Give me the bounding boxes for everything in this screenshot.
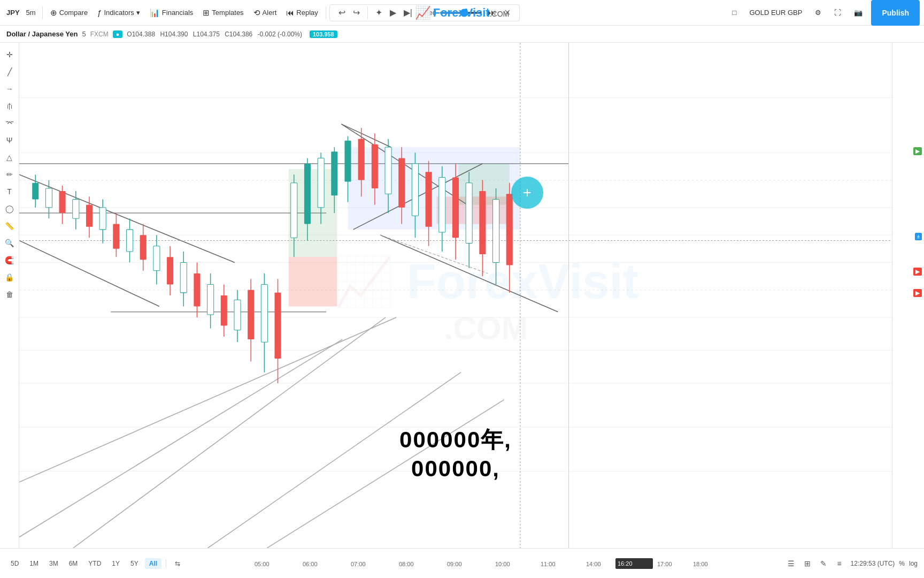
chart-layout-button[interactable]: ☰ <box>784 557 798 571</box>
tf-3m[interactable]: 3M <box>45 558 63 569</box>
tf-5y[interactable]: 5Y <box>126 558 143 569</box>
ohlc-data: O104.388 H104.390 L104.375 C104.386 -0.0… <box>127 31 305 38</box>
logo-com: .COM <box>490 10 510 18</box>
price-badge-green: ▶ <box>913 147 922 155</box>
chart-svg <box>19 43 892 548</box>
svg-rect-91 <box>412 164 418 216</box>
line-tool[interactable]: ╱ <box>2 64 17 79</box>
header: JPY 5m ⊕ Compare ƒ Indicators ▾ 📊 Financ… <box>0 0 924 26</box>
svg-rect-39 <box>59 191 66 213</box>
fullscreen-button[interactable]: ⛶ <box>830 6 845 19</box>
lock-tool[interactable]: 🔒 <box>2 270 17 285</box>
svg-rect-73 <box>291 183 297 238</box>
svg-text:07:00: 07:00 <box>351 561 366 567</box>
compare-bottom-button[interactable]: ⊞ <box>800 557 814 571</box>
svg-rect-45 <box>99 208 106 230</box>
magnet-tool[interactable]: 🧲 <box>2 253 17 268</box>
settings-button[interactable]: ⚙ <box>811 6 826 19</box>
svg-rect-83 <box>358 139 365 180</box>
svg-rect-35 <box>32 183 38 200</box>
skip-button[interactable]: ▶| <box>402 6 414 19</box>
pair-info-bar: Dollar / Japanese Yen 5 FXCM ● O104.388 … <box>0 26 924 43</box>
undo-button[interactable]: ↩ <box>336 6 348 19</box>
main-area: ✛ ╱ → ⫛ ⌤ Ψ △ ✏ T ◯ 📏 🔍 🧲 🔒 🗑 📈 ForexVis… <box>0 43 924 548</box>
svg-rect-65 <box>234 300 241 330</box>
svg-rect-95 <box>439 177 445 232</box>
svg-line-29 <box>73 317 386 548</box>
svg-rect-63 <box>221 295 227 325</box>
replay-icon: ⏮ <box>286 8 294 17</box>
log-button[interactable]: % <box>899 560 905 567</box>
indicators-button[interactable]: ƒ Indicators ▾ <box>93 6 144 19</box>
tf-1y[interactable]: 1Y <box>107 558 124 569</box>
svg-rect-89 <box>398 158 405 207</box>
crosshair-tool[interactable]: ✛ <box>2 47 17 62</box>
financials-icon: 📊 <box>150 8 160 18</box>
svg-rect-43 <box>86 205 93 227</box>
screenshot-button[interactable]: 📷 <box>850 6 867 19</box>
svg-rect-93 <box>426 172 432 227</box>
play-button[interactable]: ▶ <box>388 6 398 19</box>
data-view-button[interactable]: ≡ <box>833 557 846 571</box>
svg-rect-81 <box>344 141 351 182</box>
tf-6m[interactable]: 6M <box>65 558 82 569</box>
price-badge-blue: ± <box>915 233 922 240</box>
svg-rect-71 <box>275 293 281 359</box>
ruler-tool[interactable]: 📏 <box>2 218 17 233</box>
alert-button[interactable]: ⟲ Alert <box>249 6 281 20</box>
fib-tool[interactable]: Ψ <box>2 133 17 148</box>
svg-rect-59 <box>194 273 200 307</box>
divider-2 <box>326 6 326 19</box>
time-axis: 05:00 06:00 07:00 08:00 09:00 10:00 11:0… <box>184 556 784 572</box>
svg-text:17:00: 17:00 <box>657 561 672 567</box>
tf-all[interactable]: All <box>145 558 161 569</box>
templates-label: Templates <box>212 9 243 17</box>
svg-rect-97 <box>452 177 459 238</box>
shape-tool[interactable]: ◯ <box>2 201 17 216</box>
redo-button[interactable]: ↪ <box>351 6 362 19</box>
svg-rect-101 <box>479 191 486 254</box>
pitchfork-tool[interactable]: ⌤ <box>2 116 17 131</box>
svg-rect-61 <box>207 284 214 314</box>
templates-button[interactable]: ⊞ Templates <box>198 6 248 20</box>
trash-tool[interactable]: 🗑 <box>2 287 17 302</box>
svg-rect-51 <box>140 235 147 260</box>
zoom-tool[interactable]: 🔍 <box>2 235 17 250</box>
tf-ytd[interactable]: YTD <box>84 558 105 569</box>
svg-rect-99 <box>466 183 472 244</box>
svg-text:05:00: 05:00 <box>255 561 270 567</box>
price-change: -0.002 (-0.00%) <box>258 31 302 38</box>
alert-label: Alert <box>263 9 277 17</box>
compare-chart-button[interactable]: ⇆ <box>171 558 184 569</box>
side-toolbar: ✛ ╱ → ⫛ ⌤ Ψ △ ✏ T ◯ 📏 🔍 🧲 🔒 🗑 <box>0 43 19 548</box>
chart-container[interactable]: 📈 ForexVisit .COM <box>19 43 892 548</box>
svg-text:14:00: 14:00 <box>586 561 601 567</box>
svg-rect-77 <box>318 158 324 207</box>
price-badge-red2: ▶ <box>913 289 922 297</box>
tf-1m[interactable]: 1M <box>25 558 43 569</box>
compare-button[interactable]: ⊕ Compare <box>46 6 92 20</box>
svg-rect-85 <box>372 144 378 188</box>
logo-text: ForexVisit.COM <box>433 6 510 20</box>
pair-selector[interactable]: GOLD EUR GBP <box>745 6 806 19</box>
right-toolbar: □ GOLD EUR GBP ⚙ ⛶ 📷 Publish <box>728 0 920 26</box>
channel-tool[interactable]: ⫛ <box>2 98 17 113</box>
replay-button[interactable]: ⏮ Replay <box>282 6 322 19</box>
financials-button[interactable]: 📊 Financials <box>145 6 198 20</box>
publish-button[interactable]: Publish <box>871 0 920 26</box>
svg-text:18:00: 18:00 <box>693 561 708 567</box>
period-button[interactable]: 5m <box>23 6 39 19</box>
chart-type-button[interactable]: □ <box>728 6 741 19</box>
draw-button[interactable]: ✦ <box>373 6 384 19</box>
ray-tool[interactable]: → <box>2 81 17 96</box>
tf-5d[interactable]: 5D <box>6 558 23 569</box>
pattern-tool[interactable]: △ <box>2 150 17 165</box>
annotation-button[interactable]: ✎ <box>817 557 830 571</box>
financials-label: Financials <box>162 9 194 17</box>
svg-text:10:00: 10:00 <box>495 561 510 567</box>
bottom-bar: 5D 1M 3M 6M YTD 1Y 5Y All ⇆ 05:00 06:00 … <box>0 548 924 578</box>
high-price: H104.390 <box>160 31 188 38</box>
brush-tool[interactable]: ✏ <box>2 167 17 182</box>
text-tool[interactable]: T <box>2 184 17 199</box>
current-price-badge: 103.958 <box>310 31 337 38</box>
